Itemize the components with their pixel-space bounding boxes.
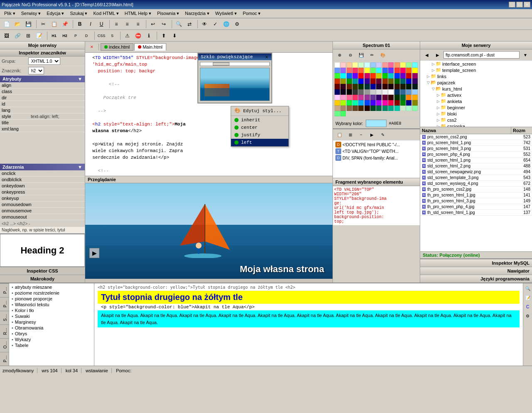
tb-validate[interactable]: ✓	[210, 20, 220, 29]
color-cell-57[interactable]	[340, 84, 346, 89]
elem-div[interactable]: D DIV, SPAN (font-family: Arial...	[334, 155, 419, 161]
color-cell-87[interactable]	[352, 95, 358, 100]
color-cell-31[interactable]	[352, 73, 358, 79]
tree-template-screen[interactable]: ▷ 📁 template_screen	[420, 67, 532, 73]
br-btn-2[interactable]: 📝	[524, 293, 532, 302]
elem-tb-4[interactable]: ▶	[367, 130, 377, 139]
elem-doctype[interactable]: D <!DOCTYPE html PUBLIC "-/...	[334, 141, 419, 148]
event-onkeypress[interactable]: onkeypress	[0, 189, 85, 195]
tb2-upload[interactable]: ⬆	[159, 31, 169, 40]
tb2-h2[interactable]: H2	[60, 31, 70, 40]
tree-bloki[interactable]: ▷ 📁 bloki	[420, 111, 532, 117]
toc-suwaki[interactable]: •Suwaki	[10, 313, 93, 319]
tb-publish[interactable]: 🌐	[221, 20, 231, 29]
color-cell-75[interactable]	[365, 89, 370, 95]
file-row-4[interactable]: 🖼pro_screen_php_4.png552	[420, 152, 532, 157]
elem-tb-1[interactable]: 📋	[335, 130, 345, 139]
attributes-section-header[interactable]: Atrybuty ▼	[0, 76, 85, 82]
color-cell-39[interactable]	[400, 73, 406, 79]
spec-tb-3[interactable]: 💾	[356, 50, 366, 59]
spec-tb-2[interactable]: ⊖	[345, 50, 355, 59]
color-cell-23[interactable]	[388, 68, 394, 73]
file-row-2[interactable]: 🖼pro_screen_html_1.png742	[420, 140, 532, 146]
file-row-3[interactable]: 🖼pro_screen_html_3.png531	[420, 146, 532, 152]
vtab-pomoc[interactable]: Pomoc, dokumenty, podglą...	[0, 352, 9, 366]
color-cell-105[interactable]	[376, 100, 382, 106]
toc-obrys[interactable]: •Obrys	[10, 331, 93, 337]
tab-index-html[interactable]: index.html	[101, 43, 133, 51]
color-cell-13[interactable]	[412, 62, 418, 68]
color-cell-90[interactable]	[370, 95, 376, 100]
color-cell-29[interactable]	[340, 73, 346, 79]
color-cell-89[interactable]	[365, 95, 370, 100]
file-row-13[interactable]: 🖼th_pro_screen_php_4.jpg147	[420, 204, 532, 210]
color-cell-12[interactable]	[406, 62, 411, 68]
tb-align-left[interactable]: ≡	[111, 20, 121, 29]
spec-tb-1[interactable]: ⊕	[335, 50, 345, 59]
tb2-h1[interactable]: H1	[49, 31, 59, 40]
event-ondblclick[interactable]: ondblclick	[0, 177, 85, 183]
next-arrow-button[interactable]: ▶	[89, 248, 99, 258]
srv-tb-go[interactable]: ▼	[520, 50, 530, 59]
color-cell-121[interactable]	[388, 106, 394, 111]
color-cell-102[interactable]	[358, 100, 364, 106]
toc-obramowania[interactable]: •Obramowania	[10, 325, 93, 331]
color-cell-99[interactable]	[340, 100, 346, 106]
color-cell-100[interactable]	[347, 100, 352, 106]
color-cell-61[interactable]	[365, 84, 370, 89]
tb2-info[interactable]: ℹ	[144, 31, 154, 40]
color-cell-86[interactable]	[347, 95, 352, 100]
menu-kod-html[interactable]: Kod HTML ▾	[91, 10, 121, 17]
ctx-inherit[interactable]: inherit	[231, 116, 288, 124]
color-cell-66[interactable]	[394, 84, 400, 89]
spec-tb-5[interactable]: 🎨	[378, 50, 388, 59]
color-cell-46[interactable]	[358, 79, 364, 84]
color-cell-92[interactable]	[382, 95, 388, 100]
tag-select[interactable]: h2	[28, 67, 44, 74]
tb-align-center[interactable]: ≡	[122, 20, 132, 29]
ed-close[interactable]: ✕	[87, 42, 97, 52]
tb-cut[interactable]: ✂	[38, 20, 48, 29]
file-row-6[interactable]: 🖼std_screen_html_2.png488	[420, 163, 532, 169]
elem-tb-5[interactable]: ✎	[378, 130, 388, 139]
color-cell-82[interactable]	[406, 89, 411, 95]
color-cell-68[interactable]	[406, 84, 411, 89]
color-cell-94[interactable]	[394, 95, 400, 100]
color-cell-104[interactable]	[370, 100, 376, 106]
file-row-11[interactable]: 🖼th_pro_screen_html_1.jpg141	[420, 192, 532, 198]
color-cell-60[interactable]	[358, 84, 364, 89]
color-cell-109[interactable]	[400, 100, 406, 106]
attr-style[interactable]: styletext-align: left;	[0, 113, 85, 120]
toc-marginesy[interactable]: •Marginesy	[10, 319, 93, 325]
attr-class[interactable]: class	[0, 88, 85, 95]
menu-plik[interactable]: Plik ▾	[2, 10, 18, 17]
color-cell-74[interactable]	[358, 89, 364, 95]
color-cell-63[interactable]	[376, 84, 382, 89]
file-row-7[interactable]: 🖼std_screen_newpagewiz.png494	[420, 169, 532, 175]
vtab-skladnia[interactable]: Poprawność składni	[0, 297, 9, 311]
color-cell-56[interactable]	[335, 84, 340, 89]
server-path-input[interactable]	[443, 51, 520, 59]
color-cell-7[interactable]	[376, 62, 382, 68]
color-cell-25[interactable]	[400, 68, 406, 73]
color-cell-8[interactable]	[382, 62, 388, 68]
attr-align[interactable]: align	[0, 82, 85, 88]
attr-title[interactable]: title	[0, 120, 85, 126]
file-row-10[interactable]: 🖼th_pro_screen_css2.jpg148	[420, 187, 532, 192]
file-tree[interactable]: ▷ 📁 interface_screen ▷ 📁 template_screen…	[420, 61, 532, 127]
color-cell-11[interactable]	[400, 62, 406, 68]
tb2-download[interactable]: ⬇	[170, 31, 180, 40]
color-cell-43[interactable]	[340, 79, 346, 84]
magnifier-slider[interactable]	[200, 62, 270, 66]
toc-pionowe[interactable]: •pionowe proporcje	[10, 296, 93, 302]
file-row-9[interactable]: 🖼std_screen_wysiwyg_4.png672	[420, 181, 532, 187]
event-onkeyup[interactable]: onkeyup	[0, 195, 85, 202]
tb2-warning[interactable]: ⚠	[122, 31, 132, 40]
tb-preview[interactable]: 👁	[200, 20, 209, 29]
color-cell-76[interactable]	[370, 89, 376, 95]
color-cell-50[interactable]	[382, 79, 388, 84]
color-cell-10[interactable]	[394, 62, 400, 68]
color-cell-91[interactable]	[376, 95, 382, 100]
color-cell-120[interactable]	[382, 106, 388, 111]
menu-narzedzia[interactable]: Narzędzia ▾	[182, 10, 212, 17]
